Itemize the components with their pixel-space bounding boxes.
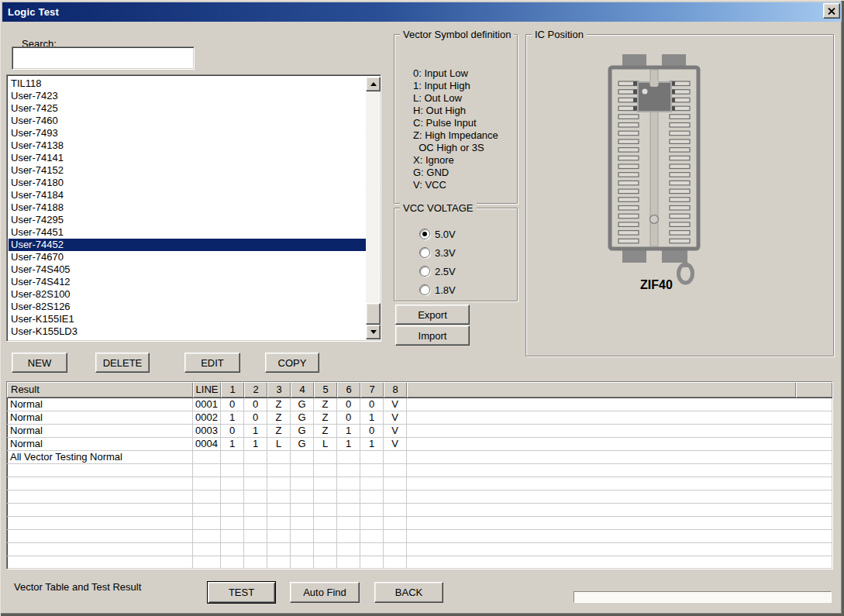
table-cell xyxy=(7,530,193,543)
import-button[interactable]: Import xyxy=(395,325,470,346)
scrollbar-thumb[interactable] xyxy=(366,303,381,325)
table-cell xyxy=(291,477,314,490)
table-cell xyxy=(314,477,337,490)
test-button[interactable]: TEST xyxy=(207,581,276,604)
vcc-option-1.8V[interactable]: 1.8V xyxy=(419,284,456,296)
table-cell xyxy=(221,543,244,556)
table-cell xyxy=(244,504,267,517)
vcc-option-5.0V[interactable]: 5.0V xyxy=(419,228,456,240)
symbol-legend-line: L: Out Low xyxy=(413,92,498,105)
table-header-cell: 3 xyxy=(267,382,291,397)
table-cell: 1 xyxy=(244,425,267,438)
radio-icon[interactable] xyxy=(419,229,430,239)
symbol-legend-line: OC High or 3S xyxy=(413,142,498,154)
triangle-down-icon xyxy=(370,330,377,334)
auto-find-button[interactable]: Auto Find xyxy=(290,582,360,603)
table-cell xyxy=(337,556,360,570)
list-item[interactable]: User-74452 xyxy=(9,239,366,251)
list-item[interactable]: User-74184 xyxy=(9,189,366,201)
list-item[interactable]: User-74S405 xyxy=(9,263,366,276)
list-item[interactable]: User-K155LD3 xyxy=(9,325,366,338)
table-row: Normal000411LGL11V xyxy=(7,438,832,451)
table-cell: G xyxy=(291,425,314,438)
table-cell xyxy=(360,543,384,556)
device-list-scrollbar[interactable] xyxy=(366,77,379,339)
table-cell: 0 xyxy=(337,398,360,411)
table-cell xyxy=(193,517,221,530)
table-cell xyxy=(291,517,314,530)
table-cell xyxy=(7,490,193,504)
scroll-down-button[interactable] xyxy=(366,325,381,339)
symbol-legend-line: G: GND xyxy=(413,167,498,179)
table-cell xyxy=(267,477,291,490)
table-cell: 1 xyxy=(337,425,360,438)
list-item[interactable]: TIL118 xyxy=(9,77,366,90)
table-cell: Z xyxy=(314,398,337,411)
table-cell xyxy=(244,451,267,464)
table-cell xyxy=(7,477,193,490)
table-cell xyxy=(360,556,384,570)
search-input[interactable] xyxy=(12,46,195,70)
list-item[interactable]: User-74451 xyxy=(9,226,366,239)
list-item[interactable]: User-74188 xyxy=(9,201,366,214)
table-row: Normal000100ZGZ00V xyxy=(7,398,832,411)
table-cell xyxy=(193,556,221,570)
table-cell-filler xyxy=(407,477,832,490)
list-item[interactable]: User-7493 xyxy=(9,127,366,139)
table-row xyxy=(7,464,832,477)
list-item[interactable]: User-74138 xyxy=(9,139,366,152)
table-header-cell: 6 xyxy=(337,382,360,397)
vcc-option-3.3V[interactable]: 3.3V xyxy=(419,246,456,259)
radio-icon[interactable] xyxy=(419,284,430,295)
table-cell: 0 xyxy=(244,411,267,425)
list-item[interactable]: User-K155IE1 xyxy=(9,313,366,325)
table-cell xyxy=(384,556,407,570)
table-cell xyxy=(7,517,193,530)
close-button[interactable] xyxy=(823,3,840,19)
symbol-legend-line: V: VCC xyxy=(413,179,498,191)
table-cell xyxy=(267,530,291,543)
list-item[interactable]: User-74141 xyxy=(9,152,366,164)
vcc-option-2.5V[interactable]: 2.5V xyxy=(419,265,456,277)
list-item[interactable]: User-7425 xyxy=(9,102,366,115)
list-item[interactable]: User-74S412 xyxy=(9,276,366,288)
delete-button[interactable]: DELETE xyxy=(95,353,150,373)
vcc-option-label: 5.0V xyxy=(435,229,456,240)
list-item[interactable]: User-74670 xyxy=(9,251,366,263)
back-button[interactable]: BACK xyxy=(374,582,443,603)
result-table: ResultLINE12345678 Normal000100ZGZ00VNor… xyxy=(6,381,833,570)
list-item[interactable]: User-82S100 xyxy=(9,288,366,301)
table-header-filler xyxy=(407,382,796,397)
export-button[interactable]: Export xyxy=(395,305,470,325)
result-table-body: Normal000100ZGZ00VNormal000210ZGZ01VNorm… xyxy=(7,398,832,570)
table-cell xyxy=(267,543,291,556)
radio-icon[interactable] xyxy=(419,266,430,277)
list-item[interactable]: User-7460 xyxy=(9,115,366,127)
table-cell xyxy=(221,490,244,504)
symbol-legend-line: 0: Input Low xyxy=(413,67,498,80)
table-cell xyxy=(221,477,244,490)
table-cell xyxy=(244,556,267,570)
vcc-option-label: 2.5V xyxy=(435,266,456,277)
list-item[interactable]: User-74295 xyxy=(9,214,366,226)
table-cell xyxy=(291,464,314,477)
list-item[interactable]: User-82S126 xyxy=(9,301,366,313)
vector-symbol-group: Vector Symbol definition 0: Input Low1: … xyxy=(394,34,518,204)
edit-button[interactable]: EDIT xyxy=(184,353,240,373)
vector-symbol-legend: 0: Input Low1: Input HighL: Out LowH: Ou… xyxy=(413,67,498,191)
copy-button[interactable]: COPY xyxy=(265,353,319,373)
radio-icon[interactable] xyxy=(419,247,430,258)
scroll-up-button[interactable] xyxy=(366,77,381,91)
table-cell-filler xyxy=(407,530,832,543)
table-row xyxy=(7,477,832,490)
new-button[interactable]: NEW xyxy=(12,353,67,373)
table-header-cell: 1 xyxy=(221,382,244,397)
table-cell xyxy=(360,517,384,530)
list-item[interactable]: User-74180 xyxy=(9,177,366,189)
list-item[interactable]: User-7423 xyxy=(9,90,366,102)
table-cell: Normal xyxy=(7,411,193,425)
title-bar[interactable]: Logic Test xyxy=(2,2,842,22)
list-item[interactable]: User-74152 xyxy=(9,164,366,177)
table-header-cell: 5 xyxy=(314,382,337,397)
table-cell-filler xyxy=(407,425,832,438)
